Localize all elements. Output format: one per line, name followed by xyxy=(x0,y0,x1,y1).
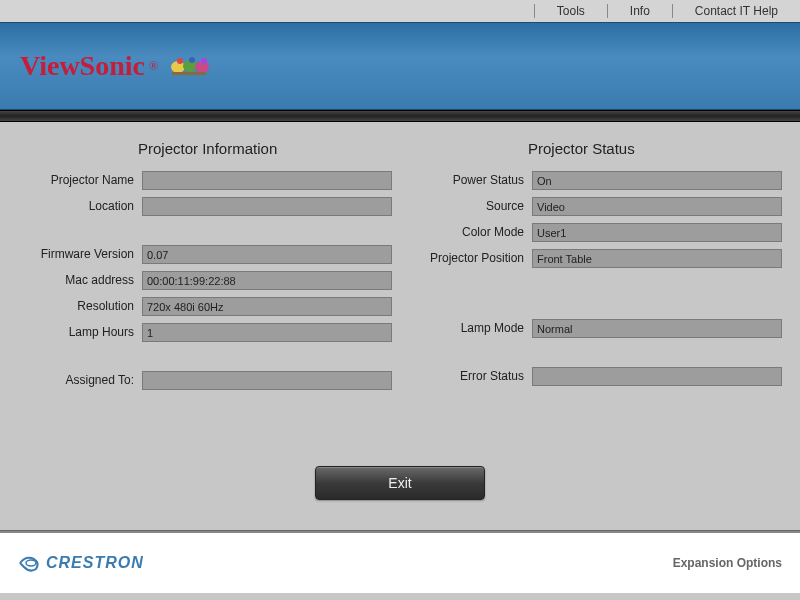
error-status-value xyxy=(532,367,782,386)
projector-name-label: Projector Name xyxy=(18,173,142,187)
projector-info-column: Projector Information Projector Name Loc… xyxy=(10,140,400,395)
svg-point-3 xyxy=(177,58,183,64)
assigned-label: Assigned To: xyxy=(18,373,142,387)
firmware-label: Firmware Version xyxy=(18,247,142,261)
location-value xyxy=(142,197,392,216)
projector-position-label: Projector Position xyxy=(408,251,532,265)
projector-status-column: Projector Status Power Status On Source … xyxy=(400,140,790,395)
crestron-text: CRESTRON xyxy=(46,554,144,572)
lamp-hours-label: Lamp Hours xyxy=(18,325,142,339)
lamp-hours-value: 1 xyxy=(142,323,392,342)
divider-bar xyxy=(0,110,800,122)
power-status-value: On xyxy=(532,171,782,190)
projector-name-value xyxy=(142,171,392,190)
finch-birds-icon xyxy=(166,49,212,83)
source-value: Video xyxy=(532,197,782,216)
location-label: Location xyxy=(18,199,142,213)
svg-rect-6 xyxy=(172,72,206,75)
color-mode-value: User1 xyxy=(532,223,782,242)
lamp-mode-value: Normal xyxy=(532,319,782,338)
assigned-value xyxy=(142,371,392,390)
color-mode-label: Color Mode xyxy=(408,225,532,239)
resolution-label: Resolution xyxy=(18,299,142,313)
nav-contact[interactable]: Contact IT Help xyxy=(672,4,800,18)
nav-info[interactable]: Info xyxy=(607,4,672,18)
exit-button[interactable]: Exit xyxy=(315,466,485,500)
mac-label: Mac address xyxy=(18,273,142,287)
top-nav: Tools Info Contact IT Help xyxy=(0,0,800,22)
resolution-value: 720x 480i 60Hz xyxy=(142,297,392,316)
projector-position-value: Front Table xyxy=(532,249,782,268)
error-status-label: Error Status xyxy=(408,369,532,383)
footer: CRESTRON Expansion Options xyxy=(0,533,800,593)
viewsonic-logo: ViewSonic® xyxy=(20,49,212,83)
viewsonic-text: ViewSonic xyxy=(20,50,145,82)
svg-point-5 xyxy=(201,58,207,64)
firmware-value: 0.07 xyxy=(142,245,392,264)
source-label: Source xyxy=(408,199,532,213)
status-section-title: Projector Status xyxy=(528,140,782,157)
svg-point-7 xyxy=(26,560,36,566)
header-banner: ViewSonic® xyxy=(0,22,800,110)
main-content: Projector Information Projector Name Loc… xyxy=(0,122,800,530)
expansion-options-link[interactable]: Expansion Options xyxy=(673,556,782,570)
svg-point-4 xyxy=(189,57,195,63)
mac-value: 00:00:11:99:22:88 xyxy=(142,271,392,290)
info-section-title: Projector Information xyxy=(138,140,392,157)
registered-mark: ® xyxy=(149,59,158,74)
crestron-swirl-icon xyxy=(18,553,44,573)
crestron-logo: CRESTRON xyxy=(18,553,144,573)
lamp-mode-label: Lamp Mode xyxy=(408,321,532,335)
nav-tools[interactable]: Tools xyxy=(534,4,607,18)
power-status-label: Power Status xyxy=(408,173,532,187)
